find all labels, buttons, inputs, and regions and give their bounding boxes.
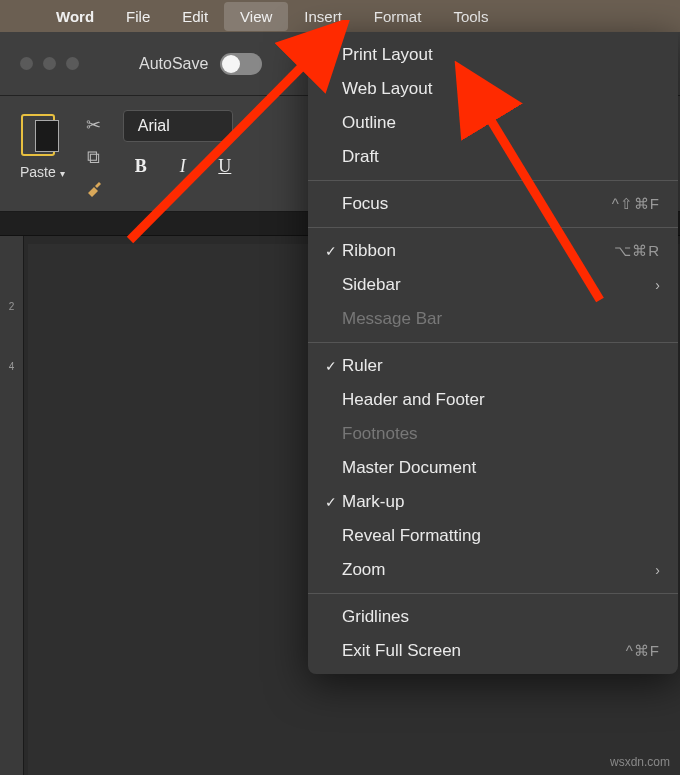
menu-item-label: Ribbon bbox=[342, 241, 614, 261]
menu-separator bbox=[308, 180, 678, 181]
menubar-app-name[interactable]: Word bbox=[40, 2, 110, 31]
zoom-window-button[interactable] bbox=[66, 57, 79, 70]
menu-item-label: Focus bbox=[342, 194, 612, 214]
paste-group: Paste▾ bbox=[20, 110, 65, 180]
menu-item-draft[interactable]: Draft bbox=[308, 140, 678, 174]
chevron-right-icon: › bbox=[655, 277, 660, 293]
menu-item-label: Ruler bbox=[342, 356, 660, 376]
menu-shortcut: ^⌘F bbox=[626, 642, 660, 660]
menubar-file[interactable]: File bbox=[110, 2, 166, 31]
menu-item-header-and-footer[interactable]: Header and Footer bbox=[308, 383, 678, 417]
ruler-mark: 2 bbox=[9, 276, 15, 336]
menubar-insert[interactable]: Insert bbox=[288, 2, 358, 31]
menubar-view[interactable]: View bbox=[224, 2, 288, 31]
menu-item-outline[interactable]: Outline bbox=[308, 106, 678, 140]
menu-item-gridlines[interactable]: Gridlines bbox=[308, 600, 678, 634]
menu-item-label: Web Layout bbox=[342, 79, 660, 99]
menu-item-focus[interactable]: Focus^⇧⌘F bbox=[308, 187, 678, 221]
menu-item-mark-up[interactable]: ✓Mark-up bbox=[308, 485, 678, 519]
watermark-text: wsxdn.com bbox=[610, 755, 670, 769]
menu-item-zoom[interactable]: Zoom› bbox=[308, 553, 678, 587]
menu-separator bbox=[308, 593, 678, 594]
menubar-edit[interactable]: Edit bbox=[166, 2, 224, 31]
chevron-down-icon: ▾ bbox=[60, 168, 65, 179]
menu-item-message-bar: Message Bar bbox=[308, 302, 678, 336]
autosave-toggle[interactable] bbox=[220, 53, 262, 75]
menu-item-label: Message Bar bbox=[342, 309, 660, 329]
format-painter-icon[interactable] bbox=[83, 178, 105, 200]
menu-item-label: Reveal Formatting bbox=[342, 526, 660, 546]
menu-item-label: Master Document bbox=[342, 458, 660, 478]
menu-item-footnotes: Footnotes bbox=[308, 417, 678, 451]
font-family-select[interactable]: Arial bbox=[123, 110, 233, 142]
close-window-button[interactable] bbox=[20, 57, 33, 70]
cut-icon[interactable]: ✂ bbox=[83, 114, 105, 136]
menu-item-label: Exit Full Screen bbox=[342, 641, 626, 661]
menu-item-ruler[interactable]: ✓Ruler bbox=[308, 349, 678, 383]
menu-item-master-document[interactable]: Master Document bbox=[308, 451, 678, 485]
menu-shortcut: ^⇧⌘F bbox=[612, 195, 660, 213]
macos-menubar: Word File Edit View Insert Format Tools bbox=[0, 0, 680, 32]
autosave-toggle-knob bbox=[222, 55, 240, 73]
menu-item-label: Footnotes bbox=[342, 424, 660, 444]
menu-item-label: Draft bbox=[342, 147, 660, 167]
chevron-right-icon: › bbox=[655, 562, 660, 578]
menu-item-web-layout[interactable]: Web Layout bbox=[308, 72, 678, 106]
window-controls bbox=[20, 57, 79, 70]
checkmark-icon: ✓ bbox=[320, 243, 342, 259]
copy-icon[interactable]: ⧉ bbox=[83, 146, 105, 168]
menu-item-label: Print Layout bbox=[342, 45, 660, 65]
paste-icon[interactable] bbox=[21, 110, 63, 158]
italic-button[interactable]: I bbox=[173, 156, 193, 177]
autosave-label: AutoSave bbox=[139, 55, 208, 73]
menu-separator bbox=[308, 342, 678, 343]
menubar-tools[interactable]: Tools bbox=[437, 2, 504, 31]
menu-item-label: Zoom bbox=[342, 560, 655, 580]
text-format-row: B I U bbox=[123, 156, 235, 177]
autosave-control: AutoSave bbox=[139, 53, 262, 75]
paste-button-label[interactable]: Paste▾ bbox=[20, 164, 65, 180]
ruler-mark: 4 bbox=[9, 336, 15, 396]
checkmark-icon: ✓ bbox=[320, 47, 342, 63]
font-group: Arial B I U bbox=[123, 110, 235, 177]
menu-item-exit-full-screen[interactable]: Exit Full Screen^⌘F bbox=[308, 634, 678, 668]
menu-item-label: Gridlines bbox=[342, 607, 660, 627]
menu-shortcut: ⌥⌘R bbox=[614, 242, 660, 260]
underline-button[interactable]: U bbox=[215, 156, 235, 177]
menu-item-reveal-formatting[interactable]: Reveal Formatting bbox=[308, 519, 678, 553]
menu-item-print-layout[interactable]: ✓Print Layout bbox=[308, 38, 678, 72]
menu-item-label: Header and Footer bbox=[342, 390, 660, 410]
vertical-ruler: 2 4 bbox=[0, 236, 24, 775]
checkmark-icon: ✓ bbox=[320, 494, 342, 510]
menu-separator bbox=[308, 227, 678, 228]
menu-item-label: Mark-up bbox=[342, 492, 660, 512]
menu-item-label: Outline bbox=[342, 113, 660, 133]
menu-item-sidebar[interactable]: Sidebar› bbox=[308, 268, 678, 302]
menu-item-label: Sidebar bbox=[342, 275, 655, 295]
menubar-format[interactable]: Format bbox=[358, 2, 438, 31]
view-dropdown-menu: ✓Print LayoutWeb LayoutOutlineDraftFocus… bbox=[308, 32, 678, 674]
clipboard-tools: ✂ ⧉ bbox=[83, 110, 105, 200]
minimize-window-button[interactable] bbox=[43, 57, 56, 70]
checkmark-icon: ✓ bbox=[320, 358, 342, 374]
bold-button[interactable]: B bbox=[131, 156, 151, 177]
menu-item-ribbon[interactable]: ✓Ribbon⌥⌘R bbox=[308, 234, 678, 268]
